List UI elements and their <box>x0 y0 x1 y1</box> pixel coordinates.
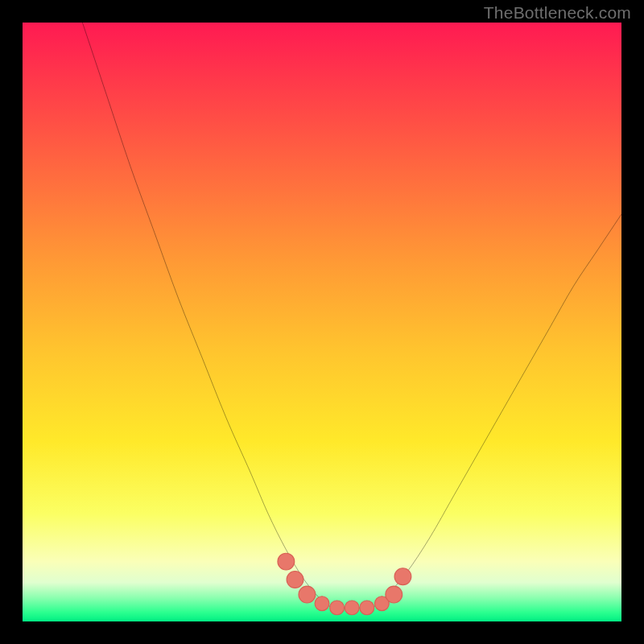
marker-dot <box>330 601 345 615</box>
marker-dot <box>360 601 374 615</box>
chart-frame: TheBottleneck.com <box>0 0 644 644</box>
curve-layer <box>23 23 621 621</box>
watermark-text: TheBottleneck.com <box>484 3 631 23</box>
marker-dot <box>345 601 359 615</box>
marker-dot <box>315 597 329 611</box>
bottleneck-curve <box>82 23 621 609</box>
marker-dot <box>287 572 303 588</box>
highlight-markers <box>278 553 411 615</box>
marker-dot <box>386 586 402 603</box>
marker-dot <box>299 586 316 603</box>
plot-area <box>23 23 621 621</box>
marker-dot <box>394 568 411 585</box>
marker-dot <box>278 553 295 570</box>
